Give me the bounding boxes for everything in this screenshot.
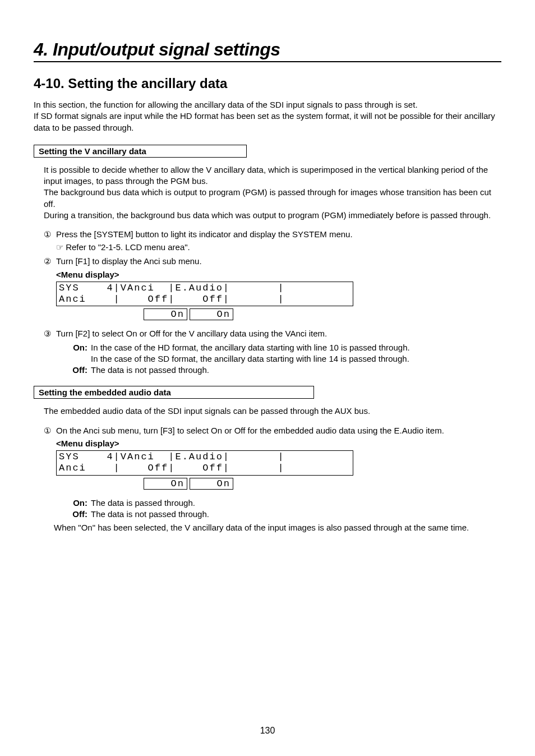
definition-off: Off: The data is not passed through. [68,365,501,376]
def-off: The data is not passed through. [91,365,501,376]
definition-on-2: On: The data is passed through. [68,497,501,509]
lcd-options-row-2: On On [56,478,501,490]
step2-number-1: ① [44,425,56,436]
step-number-3: ③ [44,328,56,339]
lcd-display-2: SYS 4|VAnci |E.Audio| | Anci | Off| Off|… [56,450,353,476]
lcd-option-eaudio-2: On [190,478,233,490]
lcd-option-eaudio: On [190,308,233,320]
lcd-line-1: SYS 4|VAnci |E.Audio| | [59,283,285,293]
term-on-2: On: [68,497,91,509]
step-1: ① Press the [SYSTEM] button to light its… [44,229,501,240]
definition-on: On: In the case of the HD format, the an… [68,342,501,365]
step-number-1: ① [44,229,56,240]
menu-display-label: <Menu display> [56,270,501,279]
step-text-2: Turn [F1] to display the Anci sub menu. [56,256,501,267]
lcd-option-spacer-2 [56,478,144,490]
term-off: Off: [68,365,91,376]
reference-line: ☞ Refer to "2-1-5. LCD menu area". [56,242,501,252]
step-2: ② Turn [F1] to display the Anci sub menu… [44,256,501,267]
def-on: In the case of the HD format, the ancill… [91,342,501,365]
def-on-2: The data is passed through. [91,497,501,509]
lcd-option-vanci-2: On [144,478,187,490]
def-off-2: The data is not passed through. [91,509,501,520]
intro-paragraph: In this section, the function for allowi… [34,99,501,133]
subsection-heading-embedded-audio: Setting the embedded audio data [34,386,314,399]
lcd-line-2: Anci | Off| Off| | [59,294,285,305]
lcd-option-vanci: On [144,308,187,320]
menu-display-label-2: <Menu display> [56,439,501,448]
lcd-menu-block-2: SYS 4|VAnci |E.Audio| | Anci | Off| Off|… [56,450,501,490]
lcd-option-spacer [56,308,144,320]
lcd2-line-2: Anci | Off| Off| | [59,463,285,473]
step-text-3: Turn [F2] to select On or Off for the V … [56,328,501,339]
lcd-options-row: On On [56,308,501,320]
reference-text: Refer to "2-1-5. LCD menu area". [66,242,190,252]
step-text-1: Press the [SYSTEM] button to light its i… [56,229,501,240]
step-number-2: ② [44,256,56,267]
subsection-body-2: The embedded audio data of the SDI input… [44,405,501,417]
lcd2-line-1: SYS 4|VAnci |E.Audio| | [59,451,285,462]
step-3: ③ Turn [F2] to select On or Off for the … [44,328,501,339]
step2-text-1: On the Anci sub menu, turn [F3] to selec… [56,425,501,436]
page-number: 130 [0,726,535,736]
note-on-selected: When "On" has been selected, the V ancil… [54,522,501,533]
subsection-heading-v-ancillary: Setting the V ancillary data [34,145,247,158]
subsection-body: It is possible to decide whether to allo… [44,164,501,221]
pointer-icon: ☞ [56,243,63,252]
section-title: 4-10. Setting the ancillary data [34,76,501,91]
step2-1: ① On the Anci sub menu, turn [F3] to sel… [44,425,501,436]
lcd-menu-block-1: SYS 4|VAnci |E.Audio| | Anci | Off| Off|… [56,282,501,321]
lcd-display: SYS 4|VAnci |E.Audio| | Anci | Off| Off|… [56,282,353,307]
definition-off-2: Off: The data is not passed through. [68,509,501,520]
chapter-title: 4. Input/output signal settings [34,39,501,62]
term-off-2: Off: [68,509,91,520]
term-on: On: [68,342,91,365]
